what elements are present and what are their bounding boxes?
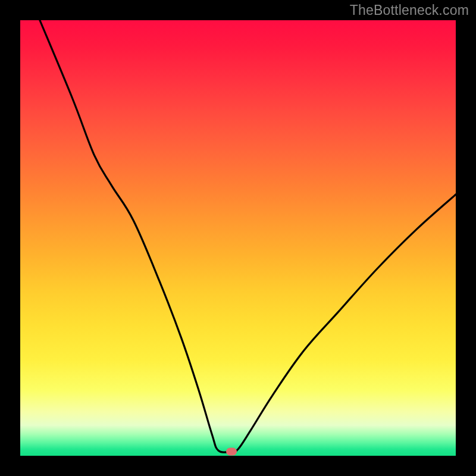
plot-area <box>20 20 456 456</box>
chart-frame: TheBottleneck.com <box>0 0 476 476</box>
optimal-point-marker <box>226 448 237 456</box>
watermark-text: TheBottleneck.com <box>350 2 469 18</box>
bottleneck-curve <box>20 20 456 456</box>
